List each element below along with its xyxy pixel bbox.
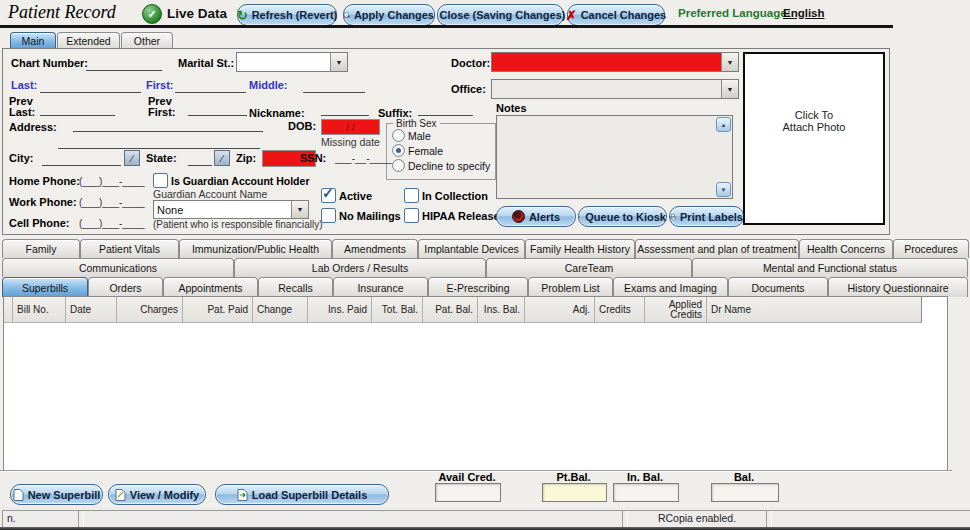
load-page-icon: [237, 489, 248, 501]
scroll-up-icon[interactable]: ▲: [716, 117, 731, 132]
birth-sex-option-decline[interactable]: Decline to specify: [392, 159, 490, 172]
notes-textarea[interactable]: ▲ ▼: [496, 115, 733, 199]
hipaa-release-checkbox[interactable]: [404, 208, 419, 223]
bal-field[interactable]: [711, 483, 779, 502]
last-name-input[interactable]: [40, 80, 141, 93]
prev-first-input[interactable]: [188, 103, 247, 116]
tab-assessment-plan[interactable]: Assessment and plan of treatment: [635, 239, 799, 258]
tab-history-questionnaire[interactable]: History Questionnaire: [828, 277, 968, 297]
guardian-name-select[interactable]: None ▼: [153, 200, 309, 219]
state-input[interactable]: [188, 153, 212, 166]
preferred-language-link[interactable]: English: [783, 7, 825, 19]
apply-changes-button[interactable]: Apply Changes: [343, 4, 435, 26]
city-lookup-button[interactable]: ∕: [124, 150, 140, 166]
column-header-dr-name[interactable]: Dr Name: [707, 297, 922, 322]
tab-insurance[interactable]: Insurance: [333, 277, 428, 297]
print-labels-button[interactable]: Print Labels: [669, 206, 744, 227]
birth-sex-option-female[interactable]: Female: [392, 144, 443, 157]
column-header-change[interactable]: Change: [253, 297, 308, 322]
tab-immunization[interactable]: Immunization/Public Health: [179, 239, 332, 258]
attach-photo-box[interactable]: Click To Attach Photo: [743, 52, 885, 225]
dob-input[interactable]: / /: [321, 119, 380, 135]
tab-health-concerns[interactable]: Health Concerns: [799, 239, 893, 258]
radio-female[interactable]: [392, 144, 405, 157]
tab-mental-functional[interactable]: Mental and Functional status: [692, 258, 968, 277]
tab-implantable-devices[interactable]: Implantable Devices: [418, 239, 525, 258]
work-phone-input[interactable]: (___)___-____: [79, 197, 145, 208]
column-header-pat-bal[interactable]: Pat. Bal.: [423, 297, 478, 322]
column-header-ins-bal[interactable]: Ins. Bal.: [478, 297, 525, 322]
city-input[interactable]: [42, 153, 121, 166]
column-header-bill-no[interactable]: Bill No.: [13, 297, 66, 322]
queue-to-kiosk-button[interactable]: Queue to Kiosk: [578, 206, 667, 227]
middle-name-input[interactable]: [303, 80, 365, 93]
tab-e-prescribing[interactable]: E-Prescribing: [428, 277, 528, 297]
column-header-credits[interactable]: Credits: [595, 297, 645, 322]
alerts-button[interactable]: Alerts: [496, 206, 576, 227]
ssn-input[interactable]: ___-__-____: [335, 153, 392, 164]
tab-documents[interactable]: Documents: [728, 277, 828, 297]
radio-decline[interactable]: [392, 159, 405, 172]
state-lookup-button[interactable]: ∕: [214, 150, 230, 166]
tab-main[interactable]: Main: [10, 32, 56, 49]
table-body-empty[interactable]: [4, 323, 947, 470]
nickname-input[interactable]: [321, 103, 369, 116]
tab-problem-list[interactable]: Problem List: [528, 277, 613, 297]
column-header-date[interactable]: Date: [66, 297, 117, 322]
marital-status-select[interactable]: ▼: [236, 52, 348, 72]
active-checkbox[interactable]: [321, 188, 336, 203]
tab-recalls[interactable]: Recalls: [258, 277, 333, 297]
prev-last-input[interactable]: [40, 103, 115, 116]
column-header-pat-paid[interactable]: Pat. Paid: [183, 297, 253, 322]
doctor-select[interactable]: ▼: [491, 52, 739, 72]
column-header-charges[interactable]: Charges: [117, 297, 183, 322]
column-header-ins-paid[interactable]: Ins. Paid: [308, 297, 372, 322]
home-phone-input[interactable]: (___)___-____: [79, 176, 145, 187]
tab-appointments[interactable]: Appointments: [163, 277, 258, 297]
tab-family[interactable]: Family: [2, 239, 80, 258]
address-input-line1[interactable]: [73, 119, 263, 132]
view-modify-button[interactable]: View / Modify: [108, 484, 206, 505]
cancel-changes-button[interactable]: ✗ Cancel Changes: [567, 4, 665, 26]
tab-exams-imaging[interactable]: Exams and Imaging: [613, 277, 728, 297]
avail-cred-field[interactable]: [435, 483, 501, 502]
office-select[interactable]: ▼: [491, 79, 739, 99]
in-collection-checkbox[interactable]: [404, 188, 419, 203]
home-phone-label: Home Phone:: [9, 175, 80, 187]
birth-sex-option-male[interactable]: Male: [392, 129, 431, 142]
column-header-applied-credits[interactable]: Applied Credits: [645, 297, 707, 322]
tab-other[interactable]: Other: [121, 32, 173, 49]
tab-amendments[interactable]: Amendments: [332, 239, 418, 258]
scroll-down-icon[interactable]: ▼: [716, 182, 731, 197]
chart-number-input[interactable]: [86, 58, 162, 71]
chevron-down-icon[interactable]: ▼: [721, 80, 738, 98]
tab-lab-orders[interactable]: Lab Orders / Results: [234, 258, 486, 277]
column-header-adj[interactable]: Adj.: [525, 297, 595, 322]
column-header-tot-bal[interactable]: Tot. Bal.: [372, 297, 423, 322]
tab-patient-vitals[interactable]: Patient Vitals: [80, 239, 179, 258]
suffix-input[interactable]: [418, 103, 473, 116]
address-input-line2[interactable]: [58, 136, 260, 149]
tab-family-health-history[interactable]: Family Health History: [525, 239, 635, 258]
load-superbill-details-button[interactable]: Load Superbill Details: [215, 484, 389, 505]
tab-communications[interactable]: Communications: [2, 258, 234, 277]
close-saving-button[interactable]: Close (Saving Changes): [437, 4, 564, 26]
no-mailings-checkbox[interactable]: [321, 208, 336, 223]
chevron-down-icon[interactable]: ▼: [721, 53, 738, 71]
tab-orders[interactable]: Orders: [88, 277, 163, 297]
tab-extended[interactable]: Extended: [57, 32, 120, 49]
tab-procedures[interactable]: Procedures: [893, 239, 969, 258]
tab-careteam[interactable]: CareTeam: [486, 258, 692, 277]
tab-superbills[interactable]: Superbills: [2, 277, 88, 297]
in-bal-field[interactable]: [613, 483, 679, 502]
guardian-account-checkbox[interactable]: [153, 173, 168, 188]
radio-male[interactable]: [392, 129, 405, 142]
first-name-input[interactable]: [175, 80, 246, 93]
refresh-button[interactable]: ↻ Refresh (Revert): [237, 4, 337, 26]
cell-phone-input[interactable]: (___)___-____: [79, 218, 145, 229]
new-superbill-button[interactable]: New Superbill: [10, 484, 103, 505]
chevron-down-icon[interactable]: ▼: [330, 53, 347, 71]
column-header-blank[interactable]: [4, 297, 13, 322]
pt-bal-field[interactable]: [542, 483, 607, 502]
chevron-down-icon[interactable]: ▼: [291, 201, 308, 218]
